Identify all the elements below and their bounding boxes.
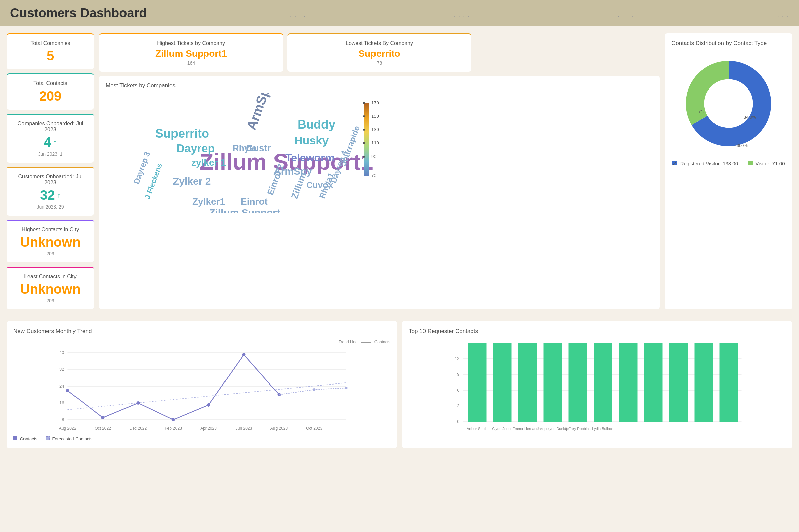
- svg-text:Oct 2023: Oct 2023: [306, 426, 323, 431]
- line-chart-card: New Customers Monthly Trend Trend Line: …: [7, 321, 397, 448]
- svg-text:Dayrep 3: Dayrep 3: [131, 150, 152, 185]
- left-column: Total Companies 5 Total Contacts 209 Com…: [7, 33, 94, 309]
- registered-value: 138.00: [723, 160, 738, 166]
- header-dots-1: · · · · ·· · · · ·: [290, 8, 311, 19]
- bar-9: [670, 343, 688, 422]
- highest-contacts-card: Highest Contacts in City Unknown 209: [7, 220, 94, 263]
- svg-text:Jun 2023: Jun 2023: [236, 426, 252, 431]
- line-chart-svg: 40 32 24 16 8 Aug 2022 Oct 2022 Dec 2022…: [14, 346, 390, 433]
- contacts-legend-square: [14, 436, 17, 440]
- svg-text:0: 0: [457, 419, 459, 424]
- svg-point-64: [242, 353, 246, 356]
- svg-point-62: [172, 418, 175, 421]
- header-dots-2: · · · · ·· · · · ·: [454, 8, 475, 19]
- svg-text:Aug 2023: Aug 2023: [271, 426, 288, 431]
- donut-svg: 71... 34.0% 66.0% 138...: [678, 53, 779, 154]
- svg-text:40: 40: [59, 350, 64, 355]
- svg-text:150: 150: [371, 114, 379, 119]
- forecasted-legend-square: [46, 436, 50, 440]
- svg-text:130: 130: [371, 127, 379, 132]
- visitor-label: Visitor: [756, 160, 769, 166]
- visitor-dot: [748, 160, 753, 165]
- bar-arthur: [468, 343, 487, 422]
- highest-tickets-sub: 164: [106, 60, 276, 66]
- bar-chart-card: Top 10 Requester Contacts 0 3 6 9 12: [402, 321, 792, 448]
- svg-point-29: [363, 129, 365, 131]
- lowest-tickets-label: Lowest Tickets By Company: [294, 40, 465, 46]
- customers-onboarded-sub: Jun 2023: 29: [14, 204, 87, 210]
- least-contacts-sub: 209: [14, 298, 87, 303]
- customers-arrow-up: ↑: [57, 191, 61, 200]
- forecasted-legend-label: Forecasted Contacts: [52, 436, 93, 441]
- middle-column: Highest Tickets by Company Zillum Suppor…: [99, 33, 660, 309]
- wordcloud-card: Most Tickets by Companies Zillum Support…: [99, 76, 660, 309]
- line-chart-legend: Contacts Forecasted Contacts: [14, 436, 390, 441]
- svg-text:8: 8: [62, 417, 64, 422]
- highest-contacts-value: Unknown: [14, 235, 87, 250]
- dashboard: Total Companies 5 Total Contacts 209 Com…: [0, 26, 799, 321]
- header-dots-4: · · ·· · ·: [778, 8, 789, 19]
- svg-text:Rhyta: Rhyta: [233, 143, 257, 153]
- svg-text:Feb 2023: Feb 2023: [165, 426, 182, 431]
- total-companies-value: 5: [14, 48, 87, 63]
- donut-card: Contacts Distribution by Contact Type 71…: [665, 33, 792, 309]
- header: Customers Dashboard · · · · ·· · · · · ·…: [0, 0, 799, 26]
- donut-title: Contacts Distribution by Contact Type: [671, 40, 785, 46]
- total-contacts-value: 209: [14, 89, 87, 103]
- bar-8: [644, 343, 663, 422]
- trend-label: Trend Line: Contacts: [14, 340, 390, 344]
- svg-text:90: 90: [371, 154, 376, 159]
- svg-point-27: [363, 115, 365, 117]
- svg-text:Teleworm: Teleworm: [285, 152, 334, 164]
- visitor-legend: Visitor 71.00: [748, 160, 785, 166]
- svg-text:16: 16: [59, 400, 64, 405]
- forecasted-legend-item: Forecasted Contacts: [46, 436, 93, 441]
- lowest-tickets-sub: 78: [294, 60, 465, 66]
- highest-tickets-label: Highest Tickets by Company: [106, 40, 276, 46]
- svg-text:12: 12: [455, 356, 459, 361]
- visitor-value: 71.00: [772, 160, 785, 166]
- contacts-legend-label: Contacts: [20, 436, 37, 441]
- svg-text:Superrito: Superrito: [156, 127, 209, 140]
- svg-point-60: [101, 416, 105, 419]
- companies-arrow-up: ↑: [53, 138, 57, 147]
- customers-onboarded-label: Customers Onboarded: Jul 2023: [14, 174, 87, 186]
- svg-text:Husky: Husky: [294, 134, 328, 147]
- bar-lydia: [594, 343, 613, 422]
- companies-onboarded-label: Companies Onboarded: Jul 2023: [14, 121, 87, 133]
- registered-dot: ✓: [672, 160, 677, 165]
- line-chart-title: New Customers Monthly Trend: [14, 328, 390, 335]
- bar-7: [619, 343, 638, 422]
- donut-wrapper: 71... 34.0% 66.0% 138...: [671, 53, 785, 154]
- line-chart-area: 40 32 24 16 8 Aug 2022 Oct 2022 Dec 2022…: [14, 346, 390, 433]
- svg-text:3: 3: [457, 403, 459, 408]
- svg-text:Oct 2022: Oct 2022: [95, 426, 111, 431]
- header-dots-3: · · · ·· · · ·: [618, 8, 634, 19]
- svg-rect-23: [364, 102, 369, 176]
- bar-11: [720, 343, 738, 422]
- svg-text:32: 32: [59, 367, 64, 372]
- bar-jeffrey: [569, 343, 587, 422]
- svg-text:6: 6: [457, 387, 459, 393]
- bar-10: [695, 343, 713, 422]
- wordcloud-title: Most Tickets by Companies: [106, 82, 653, 89]
- total-companies-card: Total Companies 5: [7, 33, 94, 70]
- companies-onboarded-sub: Jun 2023: 1: [14, 151, 87, 156]
- kpi-row: Highest Tickets by Company Zillum Suppor…: [99, 33, 660, 72]
- bar-jacquelyne: [544, 343, 562, 422]
- svg-text:ArmSpy 2: ArmSpy 2: [243, 93, 279, 132]
- svg-point-33: [363, 155, 365, 157]
- svg-point-31: [363, 142, 365, 144]
- wordcloud-container: Zillum Support1SuperritoDayrepBuddyHusky…: [106, 93, 653, 213]
- svg-text:66.0%: 66.0%: [735, 143, 748, 148]
- donut-legend: ✓ Registered Visitor 138.00 Visitor 71.0…: [671, 160, 785, 166]
- lowest-tickets-value: Superrito: [294, 48, 465, 59]
- bottom-row: New Customers Monthly Trend Trend Line: …: [7, 321, 792, 448]
- bar-clyde: [493, 343, 512, 422]
- total-companies-label: Total Companies: [14, 40, 87, 46]
- bar-chart-svg: 0 3 6 9 12 Arthur Smith Cl: [409, 340, 785, 440]
- least-contacts-value: Unknown: [14, 282, 87, 297]
- svg-point-68: [345, 386, 348, 389]
- svg-text:Zylker 2: Zylker 2: [173, 176, 211, 187]
- registered-legend: ✓ Registered Visitor 138.00: [672, 160, 738, 166]
